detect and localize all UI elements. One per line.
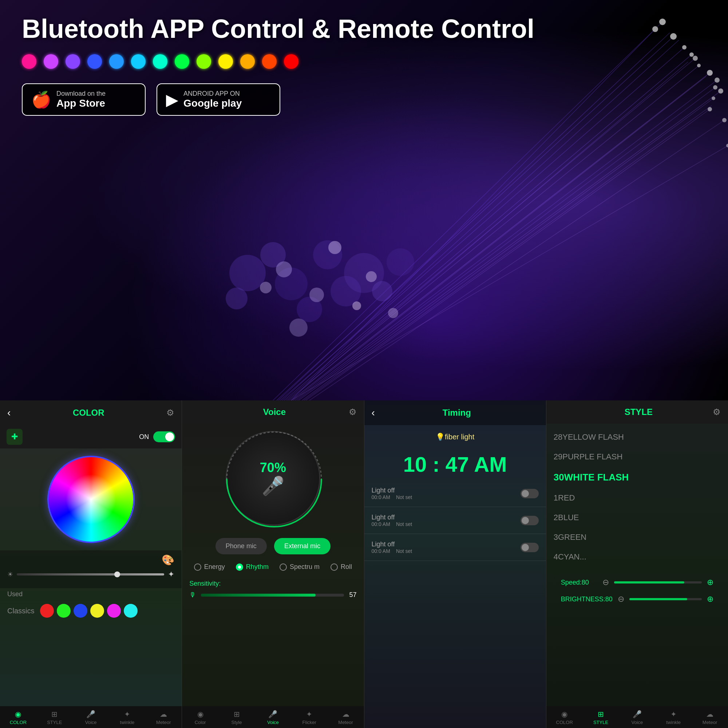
speed-section: Speed:80 ⊖ ⊕ BRIGHTNESS:80 ⊖ ⊕ [546, 570, 728, 610]
s-color-label: COLOR [556, 720, 573, 725]
google-play-large: Google play [184, 98, 242, 109]
used-label: Used [0, 588, 182, 600]
color-dot-6 [131, 54, 145, 69]
roll-label: Roll [341, 563, 352, 571]
color-dots-row [22, 54, 706, 69]
voice-nav-color[interactable]: ◉ Color [182, 710, 219, 725]
v-color-icon: ◉ [197, 710, 203, 719]
svg-point-50 [352, 301, 361, 310]
nav-twinkle[interactable]: ✦ twinkle [109, 710, 145, 725]
timing-toggle-2[interactable] [520, 516, 539, 525]
style-item-6[interactable]: 3GREEN [554, 528, 721, 547]
voice-nav-meteor[interactable]: ☁ Meteor [327, 710, 364, 725]
voice-percent: 70% [260, 460, 286, 476]
speed-slider[interactable] [614, 581, 702, 583]
s-twinkle-icon: ✦ [670, 710, 677, 719]
color-title: COLOR [11, 408, 166, 418]
brightness-slider-style[interactable] [629, 598, 702, 600]
timing-toggle-1[interactable] [520, 489, 539, 498]
v-style-label: Style [231, 720, 242, 725]
svg-point-46 [276, 262, 292, 277]
s-voice-label: Voice [631, 720, 643, 725]
energy-radio[interactable] [194, 563, 201, 571]
style-item-7[interactable]: 4CYAN... [554, 547, 721, 567]
mode-energy[interactable]: Energy [194, 563, 225, 571]
mode-roll[interactable]: Roll [330, 563, 352, 571]
nav-color[interactable]: ◉ COLOR [0, 710, 37, 725]
svg-point-49 [260, 282, 272, 294]
classic-color-3[interactable] [73, 604, 87, 618]
phone-mic-button[interactable]: Phone mic [216, 538, 267, 554]
voice-nav-flicker[interactable]: ✦ Flicker [291, 710, 327, 725]
roll-radio[interactable] [330, 563, 338, 571]
nav-voice[interactable]: 🎤 Voice [73, 710, 109, 725]
brightness-row-style: BRIGHTNESS:80 ⊖ ⊕ [554, 591, 721, 607]
timing-item-2-label: Light off [372, 514, 412, 521]
svg-line-9 [302, 98, 713, 401]
color-dot-3 [66, 54, 80, 69]
mode-spectrum[interactable]: Spectru m [280, 563, 320, 571]
nav-meteor[interactable]: ☁ Meteor [145, 710, 182, 725]
screen-timing: ‹ Timing 💡fiber light 10 : 47 AM Light o… [364, 401, 546, 728]
s-voice-icon: 🎤 [633, 710, 642, 719]
brightness-plus[interactable]: ⊕ [707, 594, 713, 604]
style-list: 28YELLOW FLASH 29PURPLE FLASH 30WHITE FL… [546, 424, 728, 570]
style-nav-meteor[interactable]: ☁ Meteor [691, 710, 728, 725]
v-flicker-label: Flicker [303, 720, 316, 725]
classic-color-6[interactable] [124, 604, 138, 618]
voice-nav-voice[interactable]: 🎤 Voice [255, 710, 291, 725]
google-play-button[interactable]: ▶ ANDROID APP ON Google play [156, 83, 280, 116]
color-wheel[interactable] [47, 456, 135, 543]
style-item-3[interactable]: 30WHITE FLASH [554, 466, 721, 488]
style-nav-style[interactable]: ⊞ STYLE [583, 710, 619, 725]
fiber-light-label: 💡fiber light [364, 425, 546, 448]
power-toggle[interactable] [153, 431, 175, 442]
timing-title: Timing [375, 408, 539, 418]
palette-icon-row: 🎨 [7, 554, 174, 566]
s-color-icon: ◉ [561, 710, 567, 719]
brightness-minus[interactable]: ⊖ [618, 594, 624, 604]
classic-color-1[interactable] [40, 604, 54, 618]
timing-item-2: Light off 00:0 AM Not set [364, 507, 546, 534]
style-item-5[interactable]: 2BLUE [554, 508, 721, 528]
voice-nav-label: Voice [85, 720, 97, 725]
rhythm-radio[interactable] [236, 563, 243, 571]
timing-screen-header: ‹ Timing [364, 401, 546, 425]
meteor-nav-label: Meteor [156, 720, 171, 725]
mode-rhythm[interactable]: Rhythm [236, 563, 269, 571]
back-arrow-icon[interactable]: ‹ [7, 407, 11, 419]
style-item-1[interactable]: 28YELLOW FLASH [554, 427, 721, 447]
palette-icon[interactable]: 🎨 [162, 554, 174, 566]
voice-settings-icon[interactable]: ⚙ [349, 407, 357, 417]
nav-style[interactable]: ⊞ STYLE [37, 710, 73, 725]
screen-color: ‹ COLOR ⚙ ✚ ON 🎨 ☀ ✦ Used Classics [0, 401, 182, 728]
color-dot-2 [44, 54, 58, 69]
style-nav-twinkle[interactable]: ✦ twinkle [655, 710, 691, 725]
classic-color-5[interactable] [107, 604, 121, 618]
style-item-4[interactable]: 1RED [554, 488, 721, 508]
spectrum-radio[interactable] [280, 563, 287, 571]
sensitivity-track[interactable] [201, 594, 344, 596]
voice-nav-style[interactable]: ⊞ Style [219, 710, 255, 725]
classic-color-2[interactable] [57, 604, 70, 618]
timing-back-icon[interactable]: ‹ [372, 407, 375, 419]
twinkle-nav-icon: ✦ [124, 710, 130, 719]
speed-label: Speed:80 [561, 579, 597, 586]
brightness-slider[interactable] [17, 573, 164, 575]
app-store-button[interactable]: 🍎 Download on the App Store [22, 83, 145, 116]
style-nav-voice[interactable]: 🎤 Voice [619, 710, 655, 725]
speed-plus[interactable]: ⊕ [707, 578, 713, 587]
style-settings-icon[interactable]: ⚙ [713, 407, 721, 417]
style-nav-color[interactable]: ◉ COLOR [546, 710, 583, 725]
timing-toggle-3[interactable] [520, 543, 539, 552]
color-wheel-container [0, 448, 182, 551]
v-style-icon: ⊞ [234, 710, 240, 719]
settings-icon[interactable]: ⚙ [166, 408, 174, 418]
style-item-2[interactable]: 29PURPLE FLASH [554, 447, 721, 466]
voice-nav-icon: 🎤 [86, 710, 95, 719]
classic-color-4[interactable] [90, 604, 104, 618]
app-store-large: App Store [57, 98, 106, 109]
color-nav-label: COLOR [10, 720, 27, 725]
external-mic-button[interactable]: External mic [274, 538, 330, 554]
speed-minus[interactable]: ⊖ [603, 578, 609, 587]
